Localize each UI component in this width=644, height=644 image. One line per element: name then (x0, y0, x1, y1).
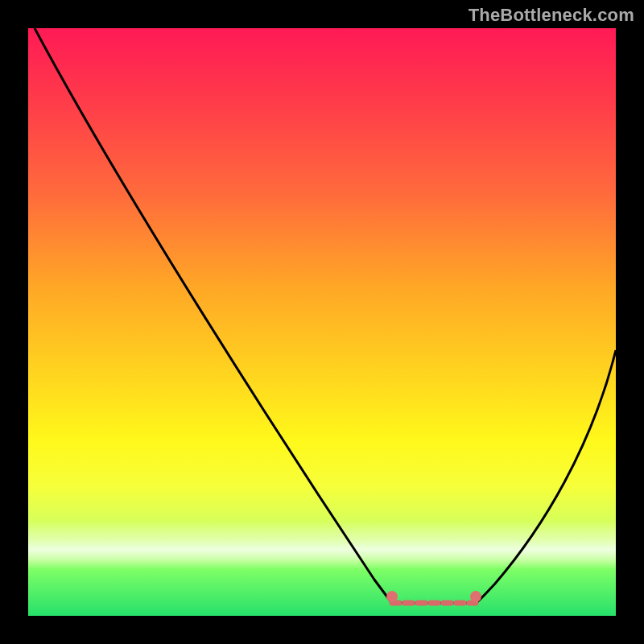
chart-frame: TheBottleneck.com (0, 0, 644, 644)
watermark-text: TheBottleneck.com (469, 5, 634, 26)
marker-left (386, 591, 398, 602)
plot-area (28, 28, 616, 616)
curve-layer (28, 28, 616, 616)
marker-right (470, 591, 481, 602)
bottleneck-curve (35, 28, 616, 603)
